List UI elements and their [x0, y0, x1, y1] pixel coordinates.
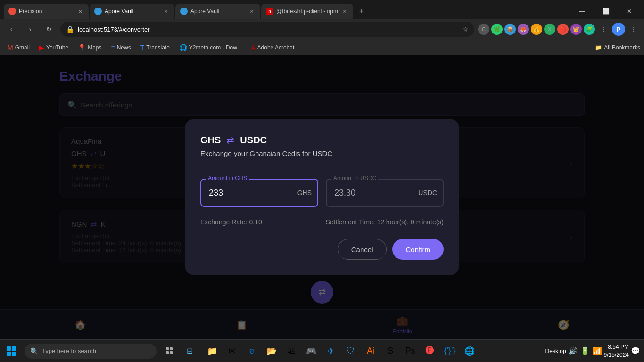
tab-apore-vault-2[interactable]: Apore Vault ✕ — [175, 4, 260, 19]
ext-icon-8[interactable]: 👑 — [570, 24, 582, 35]
reload-button[interactable]: ↻ — [41, 22, 57, 37]
bookmark-translate[interactable]: T Translate — [137, 42, 173, 53]
taskbar-tray: Desktop 🔊 🔋 📶 8:54 PM 9/15/2024 💬 — [545, 343, 644, 359]
modal-exchange-arrow-icon: ⇄ — [226, 134, 234, 146]
chrome-icon[interactable]: 🌐 — [460, 342, 479, 361]
bookmark-news-label: News — [117, 44, 131, 51]
time: 8:54 PM — [604, 343, 629, 351]
lock-icon: 🔒 — [66, 25, 74, 33]
volume-icon[interactable]: 🔋 — [580, 346, 590, 355]
menu-button[interactable]: ⋮ — [627, 23, 640, 36]
to-amount-group: Amount in USDC USDC — [326, 179, 444, 207]
modal-subtitle: Exchange your Ghanaian Cedis for USDC — [200, 149, 444, 167]
confirm-button[interactable]: Confirm — [392, 239, 444, 260]
all-bookmarks-button[interactable]: 📁 All Bookmarks — [595, 44, 640, 51]
modal-overlay: GHS ⇄ USDC Exchange your Ghanaian Cedis … — [0, 55, 644, 339]
file-explorer-icon[interactable]: 📁 — [203, 342, 222, 361]
edge-icon[interactable]: e — [242, 342, 261, 361]
bookmark-youtube-label: YouTube — [46, 44, 68, 51]
tab-favicon-npm: n — [266, 8, 273, 15]
to-amount-label: Amount in USDC — [331, 175, 378, 181]
acrobat-icon: A — [251, 44, 255, 51]
app-icon-1[interactable]: ✉ — [223, 342, 241, 361]
bookmark-youtube[interactable]: ▶ YouTube — [35, 42, 72, 53]
tab-close-npm[interactable]: ✕ — [341, 8, 348, 15]
bookmark-translate-label: Translate — [146, 44, 170, 51]
tab-favicon-precision — [8, 8, 16, 15]
taskbar-search-label: Type here to search — [42, 347, 96, 354]
tab-npm[interactable]: n @tbdex/http-client - npm ✕ — [261, 4, 353, 19]
battery-icon[interactable]: 📶 — [593, 346, 602, 355]
page-content: Exchange 🔍 AquaFina GHS ⇄ U — [0, 55, 644, 339]
bookmark-gmail-label: Gmail — [15, 44, 30, 51]
tab-close-precision[interactable]: ✕ — [76, 8, 84, 15]
svg-rect-2 — [166, 351, 169, 354]
url-bar[interactable]: 🔒 localhost:5173/#/converter ☆ — [60, 22, 474, 37]
app-icon-4[interactable]: S — [381, 342, 400, 361]
minimize-button[interactable]: — — [571, 4, 593, 19]
ext-icon-7[interactable]: 🔴 — [557, 24, 569, 35]
app-icon-2[interactable]: 🎮 — [302, 342, 321, 361]
tab-label-npm: @tbdex/http-client - npm — [276, 8, 338, 15]
modal-input-row: Amount in GHS GHS Amount in USDC USDC — [200, 179, 444, 207]
new-tab-button[interactable]: + — [354, 4, 369, 19]
exchange-modal: GHS ⇄ USDC Exchange your Ghanaian Cedis … — [185, 119, 459, 275]
to-currency-tag: USDC — [418, 189, 437, 197]
youtube-icon: ▶ — [39, 44, 44, 51]
ext-icon-2[interactable]: 🌿 — [491, 24, 503, 35]
ext-icon-4[interactable]: 🦊 — [518, 24, 529, 35]
bookmark-y2meta[interactable]: 🌐 Y2meta.com - Dow... — [175, 42, 245, 53]
tab-apore-vault-1[interactable]: Apore Vault ✕ — [90, 4, 174, 19]
start-button[interactable] — [0, 340, 23, 362]
tab-label-apore1: Apore Vault — [105, 8, 159, 15]
tab-label-precision: Precision — [19, 8, 74, 15]
modal-from-currency: GHS — [200, 135, 221, 146]
ext-icon-6[interactable]: X — [544, 24, 555, 35]
bookmark-news[interactable]: ≡ News — [107, 42, 135, 53]
task-view-button[interactable] — [160, 342, 179, 361]
date: 9/15/2024 — [604, 351, 629, 359]
star-icon[interactable]: ☆ — [462, 25, 469, 33]
vscode-icon[interactable]: {'}'} — [440, 342, 459, 361]
notification-icon[interactable]: 💬 — [631, 346, 640, 355]
tab-precision[interactable]: Precision ✕ — [4, 4, 89, 19]
svg-rect-0 — [166, 347, 169, 350]
ext-icon-5[interactable]: 💰 — [531, 24, 542, 35]
extensions-button[interactable]: ⋮ — [597, 23, 610, 36]
bookmark-gmail[interactable]: M Gmail — [4, 42, 33, 53]
all-bookmarks-icon: 📁 — [595, 44, 602, 51]
app-icon-3[interactable]: Ai — [361, 342, 380, 361]
app-icon-6[interactable]: 🅕 — [421, 342, 439, 361]
widgets-button[interactable]: ⊞ — [180, 342, 199, 361]
ext-icon-3[interactable]: 📦 — [504, 24, 516, 35]
taskbar-search[interactable]: 🔍 Type here to search — [25, 344, 157, 359]
from-currency-tag: GHS — [297, 189, 312, 197]
maps-icon: 📍 — [78, 44, 86, 51]
tray-icons: 🔊 🔋 📶 — [568, 346, 602, 355]
folder-icon-2[interactable]: 📂 — [262, 342, 281, 361]
profile-avatar[interactable]: P — [612, 23, 625, 36]
tab-close-apore2[interactable]: ✕ — [248, 8, 256, 15]
cancel-button[interactable]: Cancel — [338, 239, 387, 260]
bookmark-maps[interactable]: 📍 Maps — [74, 42, 105, 53]
store-icon[interactable]: 🛍 — [282, 342, 301, 361]
clock[interactable]: 8:54 PM 9/15/2024 — [604, 343, 629, 359]
forward-button[interactable]: › — [23, 22, 38, 37]
telegram-icon[interactable]: ✈ — [322, 342, 340, 361]
back-button[interactable]: ‹ — [4, 22, 19, 37]
shield-icon[interactable]: 🛡 — [341, 342, 360, 361]
network-icon[interactable]: 🔊 — [568, 346, 578, 355]
from-amount-label: Amount in GHS — [206, 175, 249, 181]
ext-icon-9[interactable]: 🧩 — [584, 24, 595, 35]
svg-rect-1 — [170, 347, 173, 350]
bookmark-y2meta-label: Y2meta.com - Dow... — [189, 44, 241, 51]
modal-info-row: Exchange Rate: 0.10 Settlement Time: 12 … — [200, 218, 444, 226]
translate-icon: T — [140, 44, 145, 51]
maximize-button[interactable]: ⬜ — [595, 4, 617, 19]
settlement-time-label: Settlement Time: 12 hour(s), 0 minute(s) — [325, 218, 444, 226]
app-icon-5[interactable]: Ps — [401, 342, 420, 361]
close-button[interactable]: ✕ — [619, 4, 640, 19]
bookmark-acrobat[interactable]: A Adobe Acrobat — [247, 42, 298, 53]
ext-icon-1[interactable]: C — [478, 24, 489, 35]
tab-close-apore1[interactable]: ✕ — [162, 8, 170, 15]
